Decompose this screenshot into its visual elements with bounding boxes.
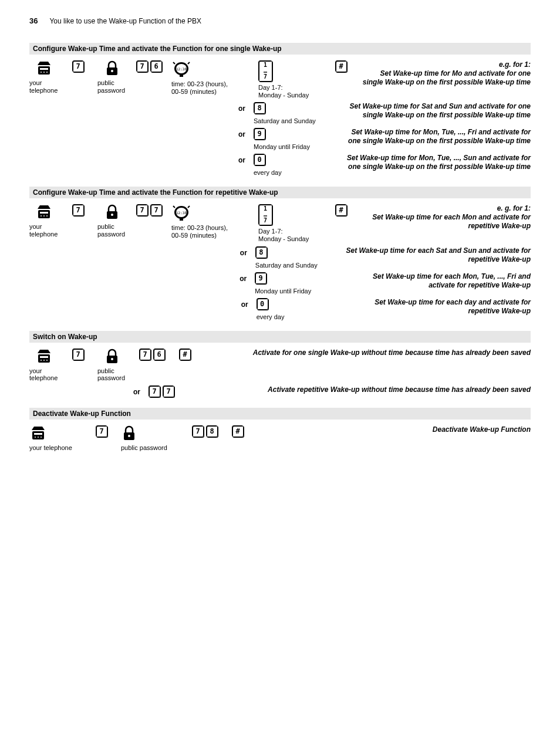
key: 7 [149, 385, 160, 397]
section2-desc1: e. g. for 1: Set Wake-up time for each M… [359, 204, 531, 231]
section2-or0: or 0 every day Set Wake-up time for each… [29, 298, 531, 320]
telephone-icon [35, 60, 53, 77]
section3-desc77: Activate repetitive Wake-up without time… [268, 385, 531, 394]
svg-rect-11 [38, 210, 50, 218]
key: 9 [254, 128, 265, 140]
svg-text:12:38: 12:38 [176, 67, 187, 71]
svg-point-26 [46, 360, 48, 361]
key: 0 [254, 154, 265, 165]
your-telephone-col: your telephone [29, 204, 59, 238]
monFri-label: Monday until Friday [254, 143, 310, 150]
svg-rect-22 [38, 354, 50, 363]
key: 7 [136, 60, 148, 72]
key: 8 [206, 425, 218, 437]
your-telephone-col: your telephone [29, 60, 59, 94]
key: 7 [192, 425, 204, 437]
init-key-col: 7 [69, 60, 87, 72]
key-stack: 1 … 7 [258, 60, 272, 82]
hash-col: # [333, 60, 349, 72]
svg-rect-12 [40, 212, 48, 214]
section1-title: Configure Wake-up Time and activate the … [29, 43, 531, 55]
section1-or9: or 9 Monday until Friday Set Wake-up tim… [29, 128, 531, 150]
everyDay-label: every day [254, 169, 282, 176]
public-password-col: public password [97, 204, 127, 238]
svg-point-2 [41, 72, 42, 73]
key-7: 7 [96, 425, 107, 437]
svg-point-6 [111, 70, 113, 72]
svg-point-13 [41, 215, 42, 217]
section4-desc: Deactivate Wake-up Function [433, 425, 531, 434]
section1-desc1: e.g. for 1: Set Wake-up time for Mo and … [359, 60, 531, 87]
key-stack: 1 … 7 [258, 204, 272, 225]
or-label: or [238, 128, 245, 138]
key-7: 7 [72, 204, 84, 216]
section4-title: Deactivate Wake-up Function [29, 408, 531, 420]
clock-icon: 12:38 [171, 204, 191, 222]
page-title: You like to use the Wake-up Function of … [49, 17, 201, 25]
public-password-col: public password [97, 60, 127, 94]
section1-or0: or 0 every day Set Wake-up time for Mon,… [29, 154, 531, 176]
or-label: or [238, 154, 245, 164]
key: 8 [255, 246, 267, 258]
section2-desc8: Set Wake-up time for each Sat and Sun an… [346, 246, 531, 264]
section1-row: your telephone 7 public password 7 6 12:… [29, 60, 531, 99]
section3-or77: or 7 7 Activate repetitive Wake-up witho… [29, 385, 531, 397]
key: 8 [254, 102, 265, 114]
section2-desc0: Set Wake-up time for each day and activa… [347, 298, 531, 316]
svg-point-31 [35, 437, 36, 438]
svg-point-15 [46, 215, 48, 217]
svg-point-4 [46, 72, 48, 73]
satSun-label: Saturday and Sunday [254, 117, 316, 124]
section1-desc0: Set Wake-up time for Mon, Tue, ..., Sun … [344, 154, 531, 171]
time-col: 12:38 time: 00-23 (hours), 00-59 (minute… [171, 60, 248, 95]
telephone-icon [29, 425, 47, 442]
section1-desc8: Set Wake-up time for Sat and Sun and act… [344, 102, 531, 120]
key-hash: # [232, 425, 244, 437]
svg-point-25 [43, 360, 45, 361]
svg-rect-10 [180, 75, 183, 77]
key: 7 [150, 204, 162, 216]
key: 6 [153, 349, 165, 360]
key-hash: # [179, 349, 191, 360]
section2-or8: or 8 Saturday and Sunday Set Wake-up tim… [29, 246, 531, 269]
svg-point-24 [41, 360, 42, 361]
svg-point-17 [111, 214, 113, 216]
section4-row: your telephone 7 public password 7 8 # D… [29, 425, 531, 452]
svg-rect-30 [34, 433, 42, 435]
page-header: 36 You like to use the Wake-up Function … [29, 16, 531, 25]
svg-point-14 [43, 215, 45, 217]
section2-or9: or 9 Monday until Friday Set Wake-up tim… [29, 272, 531, 295]
svg-point-3 [43, 72, 45, 73]
key-hash: # [335, 60, 347, 72]
svg-point-32 [38, 437, 39, 438]
page-number: 36 [29, 16, 38, 25]
telephone-icon [35, 349, 53, 365]
svg-rect-0 [38, 66, 50, 75]
your-telephone-label: your telephone [29, 79, 59, 94]
key-hash: # [335, 204, 347, 216]
section3-row: your telephone 7 public password 7 6 # A… [29, 349, 531, 382]
telephone-icon [35, 204, 53, 221]
lock-icon [104, 204, 120, 221]
or-label: or [238, 102, 245, 113]
svg-rect-23 [40, 356, 48, 358]
key: 7 [139, 349, 151, 360]
key-7: 7 [72, 60, 84, 72]
svg-point-28 [111, 358, 113, 360]
section1-desc9: Set Wake-up time for Mon, Tue, ..., Fri … [344, 128, 531, 146]
svg-point-35 [128, 435, 130, 437]
day-col: 1 … 7 Day 1-7: Monday - Sunday [258, 60, 323, 99]
section1-or8: or 8 Saturday and Sunday Set Wake-up tim… [29, 102, 531, 124]
section2-title: Configure Wake-up Time and activate the … [29, 187, 531, 198]
svg-rect-21 [180, 218, 183, 221]
key: 7 [136, 204, 148, 216]
code-keys-col: 7 6 [137, 60, 161, 72]
key: 7 [163, 385, 174, 397]
svg-text:12:38: 12:38 [176, 211, 187, 215]
key: 9 [255, 272, 266, 284]
key: 0 [257, 298, 268, 310]
time-label: time: 00-23 (hours), 00-59 (minutes) [171, 80, 228, 95]
key: 6 [150, 60, 162, 72]
section3-desc76: Activate for one single Wake-up without … [253, 349, 531, 357]
day-label: Day 1-7: Monday - Sunday [258, 84, 309, 99]
